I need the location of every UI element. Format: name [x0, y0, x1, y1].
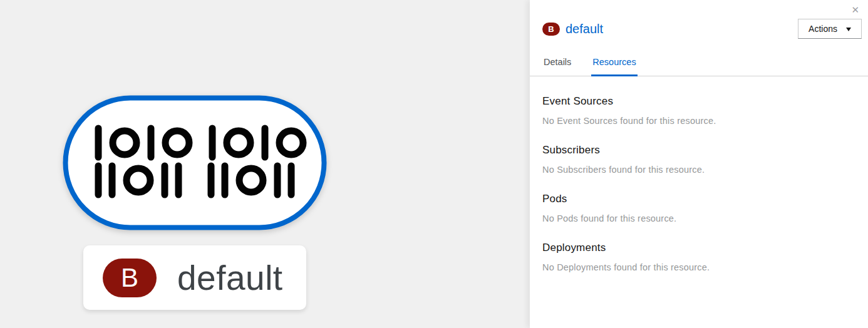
caret-down-icon [846, 28, 851, 31]
section-deployments: Deployments No Deployments found for thi… [542, 242, 855, 272]
resource-title-link[interactable]: default [566, 22, 603, 36]
section-heading: Subscribers [542, 144, 855, 156]
empty-state-text: No Event Sources found for this resource… [542, 116, 855, 126]
empty-state-text: No Subscribers found for this resource. [542, 165, 855, 175]
actions-dropdown[interactable]: Actions [798, 19, 862, 39]
resource-side-panel: ✕ B default Actions Details Resources Ev… [530, 0, 868, 328]
binary-code-icon [63, 95, 327, 230]
actions-label: Actions [809, 24, 837, 34]
broker-badge: B [103, 259, 157, 297]
section-subscribers: Subscribers No Subscribers found for thi… [542, 144, 855, 175]
section-pods: Pods No Pods found for this resource. [542, 193, 855, 223]
section-heading: Pods [542, 193, 855, 205]
section-heading: Event Sources [542, 95, 855, 108]
tab-details[interactable]: Details [542, 49, 572, 76]
broker-node-name: default [177, 258, 283, 298]
empty-state-text: No Pods found for this resource. [542, 213, 855, 223]
section-heading: Deployments [542, 242, 855, 254]
broker-node-label[interactable]: B default [83, 245, 306, 310]
broker-badge: B [542, 23, 560, 36]
panel-body: Event Sources No Event Sources found for… [530, 76, 868, 272]
topology-canvas[interactable]: B default [0, 0, 530, 328]
empty-state-text: No Deployments found for this resource. [542, 262, 855, 272]
section-event-sources: Event Sources No Event Sources found for… [542, 95, 855, 126]
close-icon[interactable]: ✕ [849, 3, 862, 17]
panel-header: B default Actions [530, 0, 868, 39]
tab-resources[interactable]: Resources [591, 49, 637, 76]
broker-node[interactable] [63, 95, 327, 230]
panel-tabs: Details Resources [530, 49, 868, 76]
